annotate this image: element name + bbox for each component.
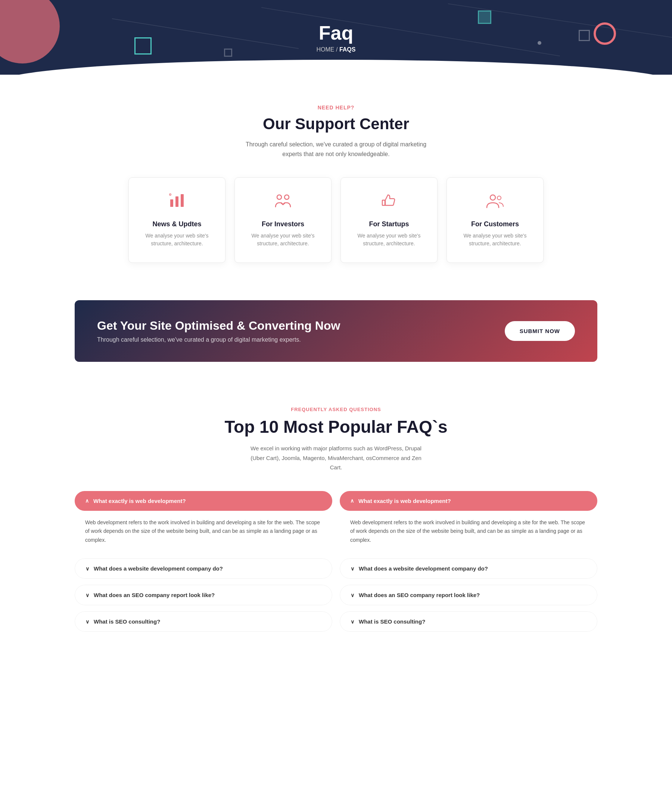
- faq-item-l1: ∧ What exactly is web development? Web d…: [75, 491, 332, 552]
- support-section: NEED HELP? Our Support Center Through ca…: [0, 75, 672, 285]
- faq-body-l1: Web development refers to the work invol…: [75, 511, 332, 552]
- deco-square-1: [134, 37, 152, 55]
- faq-item-r3: ∨ What does an SEO company report look l…: [340, 585, 597, 605]
- bar-chart-icon: [140, 193, 214, 213]
- faq-toggle-r1: ∧: [350, 498, 354, 504]
- card-customers-desc: We analyse your web site's structure, ar…: [458, 232, 532, 248]
- faq-question-l4: What is SEO consulting?: [94, 618, 160, 625]
- deco-square-3: [478, 11, 491, 24]
- deco-dot-1: [538, 41, 541, 45]
- card-news-desc: We analyse your web site's structure, ar…: [140, 232, 214, 248]
- faq-toggle-r2: ∨: [350, 566, 354, 572]
- svg-rect-4: [176, 196, 179, 207]
- card-startups-title: For Startups: [352, 220, 426, 228]
- deco-circle-1: [593, 22, 616, 45]
- deco-square-2: [579, 30, 590, 41]
- faq-question-r1: What exactly is web development?: [358, 498, 451, 504]
- svg-line-1: [261, 8, 560, 56]
- cta-heading: Get Your Site Optimised & Converting Now: [97, 319, 340, 333]
- faq-header-r1[interactable]: ∧ What exactly is web development?: [340, 491, 597, 511]
- cta-banner: Get Your Site Optimised & Converting Now…: [75, 300, 597, 362]
- faq-toggle-l3: ∨: [85, 592, 89, 598]
- faq-item-l3: ∨ What does an SEO company report look l…: [75, 585, 332, 605]
- page-title: Faq: [319, 22, 353, 44]
- hero-header: Faq HOME / FAQS: [0, 0, 672, 75]
- card-customers: For Customers We analyse your web site's…: [446, 178, 543, 263]
- thumbup-icon: [352, 193, 426, 213]
- faq-question-l3: What does an SEO company report look lik…: [94, 592, 215, 598]
- faq-column-left: ∧ What exactly is web development? Web d…: [75, 491, 332, 638]
- faq-toggle-l4: ∨: [85, 619, 89, 625]
- faq-item-r1: ∧ What exactly is web development? Web d…: [340, 491, 597, 552]
- breadcrumb-sep: /: [336, 46, 338, 53]
- submit-now-button[interactable]: SUBMIT NOW: [505, 321, 575, 341]
- faq-question-l2: What does a website development company …: [94, 565, 223, 572]
- faq-item-l4: ∨ What is SEO consulting?: [75, 611, 332, 632]
- faq-grid: ∧ What exactly is web development? Web d…: [75, 491, 597, 638]
- faq-subtitle: We excel in working with major platforms…: [250, 443, 422, 472]
- support-eyebrow: NEED HELP?: [75, 105, 597, 110]
- faq-header-l2[interactable]: ∨ What does a website development compan…: [75, 558, 332, 579]
- faq-header-r2[interactable]: ∨ What does a website development compan…: [340, 558, 597, 579]
- deco-square-4: [224, 49, 232, 57]
- faq-toggle-l1: ∧: [85, 498, 89, 504]
- faq-header-l3[interactable]: ∨ What does an SEO company report look l…: [75, 585, 332, 605]
- faq-item-r2: ∨ What does a website development compan…: [340, 558, 597, 579]
- faq-question-r2: What does a website development company …: [359, 565, 488, 572]
- faq-section: FREQUENTLY ASKED QUESTIONS Top 10 Most P…: [0, 377, 672, 668]
- faq-toggle-r4: ∨: [350, 619, 354, 625]
- hero-blob: [0, 0, 60, 63]
- support-cards-row: News & Updtes We analyse your web site's…: [75, 178, 597, 263]
- faq-item-r4: ∨ What is SEO consulting?: [340, 611, 597, 632]
- card-startups-desc: We analyse your web site's structure, ar…: [352, 232, 426, 248]
- breadcrumb: HOME / FAQS: [317, 46, 356, 53]
- cta-text: Get Your Site Optimised & Converting Now…: [97, 319, 340, 343]
- faq-body-r1: Web development refers to the work invol…: [340, 511, 597, 552]
- svg-point-10: [490, 195, 495, 200]
- cta-description: Through careful selection, we've curated…: [97, 336, 340, 343]
- svg-point-7: [277, 195, 281, 200]
- handshake-icon: [246, 193, 320, 213]
- svg-rect-6: [170, 194, 171, 195]
- faq-toggle-l2: ∨: [85, 566, 89, 572]
- breadcrumb-active: FAQS: [339, 46, 356, 53]
- faq-heading: Top 10 Most Popular FAQ`s: [75, 417, 597, 437]
- card-customers-title: For Customers: [458, 220, 532, 228]
- faq-header-r4[interactable]: ∨ What is SEO consulting?: [340, 611, 597, 632]
- faq-question-r4: What is SEO consulting?: [359, 618, 425, 625]
- faq-question-l1: What exactly is web development?: [93, 498, 186, 504]
- svg-rect-3: [170, 200, 173, 207]
- card-investors-desc: We analyse your web site's structure, ar…: [246, 232, 320, 248]
- support-description: Through careful selection, we've curated…: [243, 140, 429, 159]
- faq-column-right: ∧ What exactly is web development? Web d…: [340, 491, 597, 638]
- faq-header-l1[interactable]: ∧ What exactly is web development?: [75, 491, 332, 511]
- svg-rect-5: [181, 194, 184, 207]
- card-investors-title: For Investors: [246, 220, 320, 228]
- users-icon: [458, 193, 532, 213]
- svg-point-11: [497, 196, 501, 200]
- faq-header-r3[interactable]: ∨ What does an SEO company report look l…: [340, 585, 597, 605]
- support-heading: Our Support Center: [75, 115, 597, 133]
- faq-item-l2: ∨ What does a website development compan…: [75, 558, 332, 579]
- card-startups: For Startups We analyse your web site's …: [341, 178, 438, 263]
- card-news-title: News & Updtes: [140, 220, 214, 228]
- faq-question-r3: What does an SEO company report look lik…: [359, 592, 480, 598]
- card-news: News & Updtes We analyse your web site's…: [129, 178, 226, 263]
- svg-point-8: [284, 195, 289, 200]
- breadcrumb-home[interactable]: HOME: [317, 46, 334, 53]
- faq-eyebrow: FREQUENTLY ASKED QUESTIONS: [75, 407, 597, 412]
- card-investors: For Investors We analyse your web site's…: [234, 178, 331, 263]
- faq-header-l4[interactable]: ∨ What is SEO consulting?: [75, 611, 332, 632]
- faq-toggle-r3: ∨: [350, 592, 354, 598]
- svg-rect-9: [382, 200, 385, 205]
